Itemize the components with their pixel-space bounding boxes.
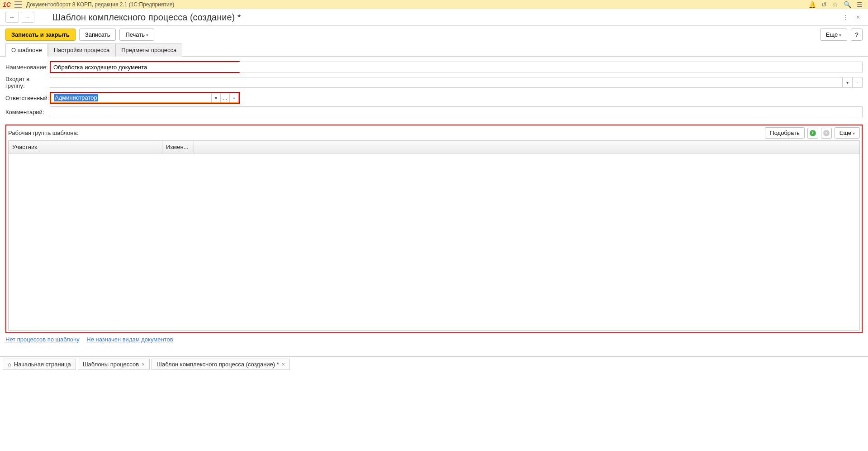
add-button[interactable]: + [807,128,818,139]
btab-home-label: Начальная страница [14,361,71,368]
bottom-tabs: ⌂ Начальная страница Шаблоны процессов ×… [0,356,868,372]
group-dropdown-icon[interactable]: ▾ [843,77,853,88]
col-spacer [194,141,859,153]
select-button[interactable]: Подобрать [765,127,804,139]
btab-home[interactable]: ⌂ Начальная страница [3,359,76,370]
group-open-icon[interactable]: ▫ [853,77,863,88]
cross-icon: × [823,130,830,136]
star-icon[interactable]: ☆ [832,1,838,8]
titlebar: 1C Документооборот 8 КОРП, редакция 2.1 … [0,0,868,9]
table-body[interactable] [9,154,859,330]
tab-about[interactable]: О шаблоне [5,43,48,57]
responsible-label: Ответственный: [5,95,50,101]
btab-current[interactable]: Шаблон комплексного процесса (создание) … [152,359,290,370]
workgroup-more-button[interactable]: Еще [835,127,860,139]
name-input[interactable] [51,62,239,72]
forward-button[interactable]: → [21,12,34,23]
menu-icon[interactable]: ☰ [857,1,863,8]
name-field-highlight [50,61,240,73]
page-header: ← → Шаблон комплексного процесса (создан… [0,9,868,26]
save-close-button[interactable]: Записать и закрыть [5,29,76,41]
responsible-value: Администратор [54,94,98,101]
close-icon[interactable]: × [282,361,285,368]
link-no-processes[interactable]: Нет процессов по шаблону [5,336,80,343]
name-label: Наименование: [5,64,50,71]
tab-subjects[interactable]: Предметы процесса [115,43,182,57]
responsible-field-highlight: Администратор ▾ ... ▫ [50,92,240,104]
responsible-open-icon[interactable]: ▫ [229,93,238,102]
hamburger-icon[interactable] [14,1,22,8]
titlebar-icons: 🔔 ↺ ☆ 🔍 ☰ [808,1,865,8]
col-change[interactable]: Измен... [162,141,194,153]
help-button[interactable]: ? [851,29,863,41]
btab-templates-label: Шаблоны процессов [83,361,139,368]
close-icon[interactable]: × [854,13,863,22]
name-input-ext[interactable] [239,62,863,72]
group-label: Входит в группу: [5,76,50,89]
workgroup-table: Участник Измен... [8,140,860,331]
responsible-dropdown-icon[interactable]: ▾ [211,93,220,102]
search-icon[interactable]: 🔍 [844,1,851,8]
bell-icon[interactable]: 🔔 [808,1,816,8]
comment-label: Комментарий: [5,109,50,115]
print-button[interactable]: Печать [119,29,154,41]
history-icon[interactable]: ↺ [821,1,827,8]
plus-icon: + [810,130,816,136]
responsible-input[interactable]: Администратор ▾ ... ▫ [51,93,239,103]
comment-input[interactable] [50,106,863,117]
toolbar: Записать и закрыть Записать Печать Еще ? [0,26,868,43]
form-area: Наименование: Входит в группу: ▾ ▫ Ответ… [0,57,868,125]
btab-current-label: Шаблон комплексного процесса (создание) … [157,361,279,368]
btab-templates[interactable]: Шаблоны процессов × [78,359,150,370]
tab-settings[interactable]: Настройки процесса [48,43,116,57]
workgroup-section: Рабочая группа шаблона: Подобрать + × Ещ… [5,125,863,333]
group-input[interactable] [50,77,843,88]
kebab-icon[interactable]: ⋮ [841,13,850,22]
responsible-ellipsis-icon[interactable]: ... [220,93,229,102]
page-title: Шаблон комплексного процесса (создание) … [52,12,841,23]
workgroup-label: Рабочая группа шаблона: [8,130,762,136]
nav-arrows: ← → [5,12,34,23]
close-icon[interactable]: × [142,361,145,368]
delete-button[interactable]: × [821,128,832,139]
back-button[interactable]: ← [5,12,19,23]
links-row: Нет процессов по шаблону Не назначен вид… [0,333,868,345]
more-button[interactable]: Еще [820,29,847,41]
app-title: Документооборот 8 КОРП, редакция 2.1 (1С… [26,1,808,8]
save-button[interactable]: Записать [79,29,116,41]
link-not-assigned[interactable]: Не назначен видам документов [86,336,173,343]
logo-1c: 1C [3,1,11,8]
col-participant[interactable]: Участник [9,141,162,153]
tabs: О шаблоне Настройки процесса Предметы пр… [0,43,868,57]
home-icon: ⌂ [8,361,11,368]
